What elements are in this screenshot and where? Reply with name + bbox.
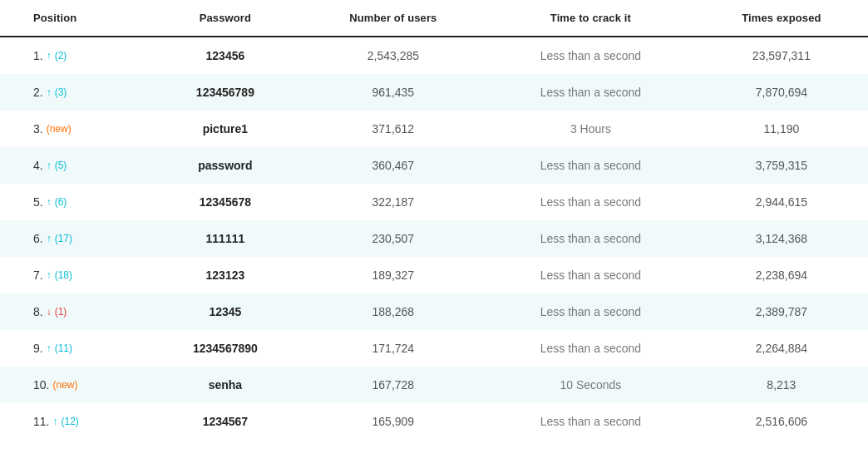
crack-time-cell: Less than a second	[486, 293, 695, 330]
position-change: (12)	[61, 416, 78, 427]
users-cell: 371,612	[300, 111, 486, 147]
users-cell: 230,507	[300, 220, 486, 257]
crack-header-label: Time to crack it	[550, 12, 631, 24]
password-table: Position Password Number of users Time t…	[0, 0, 868, 440]
users-cell: 167,728	[300, 367, 486, 403]
crack-time-cell: Less than a second	[486, 37, 695, 74]
exposed-cell: 2,264,884	[695, 330, 868, 367]
table-row: 3.(new)picture1371,6123 Hours11,190	[0, 111, 868, 147]
position-new-badge: (new)	[52, 379, 77, 391]
crack-time-cell: Less than a second	[486, 330, 695, 367]
exposed-cell: 8,213	[695, 367, 868, 403]
position-number: 11.	[33, 415, 49, 428]
table-row: 10.(new)senha167,72810 Seconds8,213	[0, 367, 868, 403]
position-number: 3.	[33, 122, 43, 135]
password-cell: 123456	[150, 37, 300, 74]
position-cell: 9.↑(11)	[0, 330, 150, 367]
position-number: 7.	[33, 268, 43, 282]
crack-time-cell: Less than a second	[486, 220, 695, 257]
password-cell: picture1	[150, 111, 300, 147]
users-header: Number of users	[300, 0, 486, 37]
position-change: (5)	[55, 160, 67, 171]
position-change: (11)	[55, 342, 72, 354]
up-arrow-icon: ↑	[47, 50, 52, 62]
up-arrow-icon: ↑	[47, 86, 52, 98]
position-cell: 11.↑(12)	[0, 403, 150, 440]
position-number: 9.	[33, 342, 43, 355]
exposed-cell: 7,870,694	[695, 74, 868, 111]
table-row: 4.↑(5)password360,467Less than a second3…	[0, 147, 868, 184]
position-cell: 3.(new)	[0, 111, 150, 147]
password-cell: 12345678	[150, 184, 300, 220]
crack-time-cell: 3 Hours	[486, 111, 695, 147]
exposed-cell: 3,124,368	[695, 220, 868, 257]
exposed-cell: 2,238,694	[695, 257, 868, 293]
table-row: 2.↑(3)123456789961,435Less than a second…	[0, 74, 868, 111]
position-number: 2.	[33, 86, 43, 99]
table-header-row: Position Password Number of users Time t…	[0, 0, 868, 37]
position-new-badge: (new)	[47, 123, 72, 135]
users-cell: 189,327	[300, 257, 486, 293]
position-cell: 8.↓(1)	[0, 293, 150, 330]
position-cell: 2.↑(3)	[0, 74, 150, 111]
up-arrow-icon: ↑	[47, 269, 52, 281]
up-arrow-icon: ↑	[47, 196, 52, 208]
table-row: 8.↓(1)12345188,268Less than a second2,38…	[0, 293, 868, 330]
exposed-cell: 3,759,315	[695, 147, 868, 184]
up-arrow-icon: ↑	[47, 160, 52, 171]
position-change: (3)	[55, 86, 67, 98]
table-row: 1.↑(2)1234562,543,285Less than a second2…	[0, 37, 868, 74]
table-row: 9.↑(11)1234567890171,724Less than a seco…	[0, 330, 868, 367]
table-row: 7.↑(18)123123189,327Less than a second2,…	[0, 257, 868, 293]
position-number: 8.	[33, 305, 43, 318]
position-number: 6.	[33, 232, 43, 245]
users-cell: 322,187	[300, 184, 486, 220]
crack-time-cell: Less than a second	[486, 184, 695, 220]
up-arrow-icon: ↑	[47, 342, 52, 354]
password-header: Password	[150, 0, 300, 37]
position-change: (2)	[55, 50, 67, 62]
users-cell: 360,467	[300, 147, 486, 184]
exposed-cell: 23,597,311	[695, 37, 868, 74]
position-header: Position	[0, 0, 150, 37]
users-cell: 2,543,285	[300, 37, 486, 74]
position-number: 4.	[33, 159, 43, 172]
password-cell: 123123	[150, 257, 300, 293]
password-cell: 1234567	[150, 403, 300, 440]
table-row: 6.↑(17)111111230,507Less than a second3,…	[0, 220, 868, 257]
position-cell: 4.↑(5)	[0, 147, 150, 184]
crack-time-cell: Less than a second	[486, 147, 695, 184]
position-number: 10.	[33, 378, 49, 392]
users-cell: 188,268	[300, 293, 486, 330]
crack-time-cell: Less than a second	[486, 403, 695, 440]
position-change: (6)	[55, 196, 67, 208]
up-arrow-icon: ↑	[47, 233, 52, 244]
table-row: 5.↑(6)12345678322,187Less than a second2…	[0, 184, 868, 220]
users-cell: 961,435	[300, 74, 486, 111]
table-row: 11.↑(12)1234567165,909Less than a second…	[0, 403, 868, 440]
position-number: 5.	[33, 195, 43, 209]
up-arrow-icon: ↑	[52, 416, 57, 427]
exposed-header-label: Times exposed	[742, 12, 821, 24]
exposed-cell: 2,944,615	[695, 184, 868, 220]
password-cell: 1234567890	[150, 330, 300, 367]
password-cell: senha	[150, 367, 300, 403]
password-cell: 123456789	[150, 74, 300, 111]
users-header-label: Number of users	[349, 12, 436, 24]
position-cell: 7.↑(18)	[0, 257, 150, 293]
crack-time-cell: Less than a second	[486, 257, 695, 293]
position-cell: 1.↑(2)	[0, 37, 150, 74]
crack-header: Time to crack it	[486, 0, 695, 37]
password-cell: 111111	[150, 220, 300, 257]
position-header-label: Position	[33, 12, 76, 24]
position-cell: 10.(new)	[0, 367, 150, 403]
password-table-container: Position Password Number of users Time t…	[0, 0, 868, 440]
exposed-cell: 11,190	[695, 111, 868, 147]
position-change: (18)	[55, 269, 72, 281]
exposed-cell: 2,516,606	[695, 403, 868, 440]
crack-time-cell: Less than a second	[486, 74, 695, 111]
password-cell: 12345	[150, 293, 300, 330]
position-cell: 6.↑(17)	[0, 220, 150, 257]
users-cell: 165,909	[300, 403, 486, 440]
position-cell: 5.↑(6)	[0, 184, 150, 220]
